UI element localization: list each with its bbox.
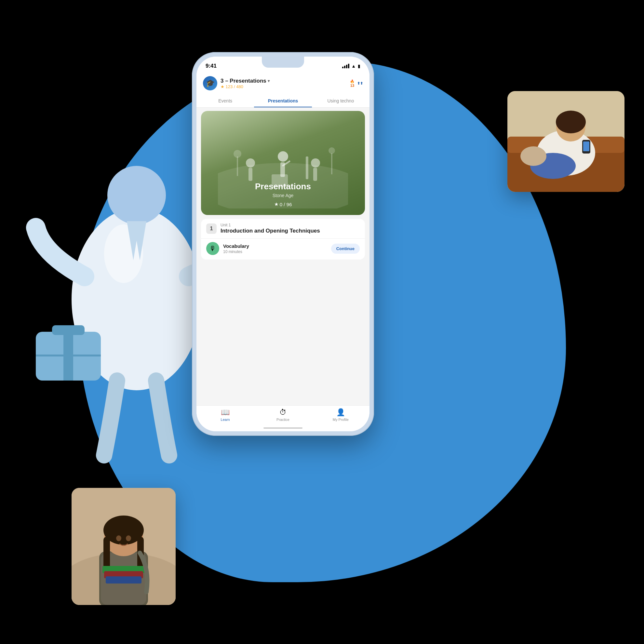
svg-rect-10 (248, 168, 252, 181)
header-right: 🔥 13 ⬆⬆ (350, 79, 363, 87)
svg-point-16 (311, 158, 320, 168)
lesson-info: Vocabulary 10 minutes (223, 243, 327, 254)
unit-title: Introduction and Opening Techniques (221, 227, 320, 235)
svg-point-19 (234, 150, 241, 158)
microphone-icon: 🎙 (209, 245, 216, 252)
header-title-area: 3 – Presentations ▾ ★ 123 / 480 (221, 78, 270, 89)
svg-rect-17 (313, 168, 317, 181)
lesson-duration: 10 minutes (223, 249, 327, 254)
phone-wrapper: 9:41 ▲ ▮ (192, 52, 374, 436)
battery-icon: ▮ (358, 63, 360, 69)
hero-score: ★ 0 / 96 (274, 201, 292, 207)
scene: 9:41 ▲ ▮ (0, 0, 644, 644)
tab-using-techno[interactable]: Using techno (312, 95, 369, 107)
status-time: 9:41 (206, 63, 217, 69)
nav-profile[interactable]: 👤 My Profile (312, 408, 369, 422)
practice-label: Practice (276, 418, 289, 422)
header-stars: ★ 123 / 480 (221, 84, 270, 89)
dropdown-icon[interactable]: ▾ (268, 79, 270, 83)
header-left: 🎓 3 – Presentations ▾ ★ 123 / 480 (203, 76, 270, 90)
hero-title: Presentations (255, 181, 311, 192)
score-star-icon: ★ (274, 201, 278, 207)
notch-cutout (262, 57, 304, 68)
app-logo: 🎓 (203, 76, 217, 90)
hero-subtitle: Stone Age (273, 193, 294, 198)
photo-card-right (507, 91, 624, 192)
lesson-icon: 🎙 (206, 242, 219, 255)
svg-point-1 (107, 166, 166, 224)
lesson-row: 🎙 Vocabulary 10 minutes Continue (201, 238, 365, 260)
header-title[interactable]: 3 – Presentations ▾ (221, 78, 270, 84)
svg-point-27 (556, 111, 586, 133)
header-title-text: 3 – Presentations (221, 78, 266, 84)
unit-section: 1 Unit 1 Introduction and Opening Techni… (201, 219, 365, 260)
streak-count: 13 (350, 84, 354, 87)
learn-label: Learn (221, 418, 230, 422)
svg-rect-5 (63, 332, 73, 381)
svg-rect-29 (583, 141, 589, 151)
svg-point-41 (126, 535, 131, 541)
status-icons: ▲ ▮ (342, 63, 360, 69)
profile-label: My Profile (333, 418, 349, 422)
boost-badge: ⬆⬆ (357, 81, 363, 86)
svg-point-21 (329, 147, 335, 154)
profile-icon: 👤 (336, 408, 345, 417)
signal-icon (342, 64, 349, 68)
svg-point-31 (520, 146, 546, 166)
svg-point-11 (278, 151, 288, 162)
phone-frame: 9:41 ▲ ▮ (192, 52, 374, 436)
hero-illustration (201, 111, 365, 215)
wifi-icon: ▲ (351, 63, 356, 69)
svg-rect-15 (306, 156, 308, 179)
tab-presentations[interactable]: Presentations (254, 95, 312, 107)
streak-badge: 🔥 13 (350, 79, 355, 87)
logo-icon: 🎓 (206, 79, 215, 87)
phone-screen: 9:41 ▲ ▮ (196, 57, 369, 431)
streak-icon: 🔥 (350, 79, 355, 84)
svg-point-40 (116, 535, 121, 541)
svg-point-9 (246, 158, 255, 168)
svg-rect-38 (103, 537, 110, 569)
tab-bar: Events Presentations Using techno (196, 95, 369, 108)
learn-icon: 📖 (221, 408, 230, 417)
hero-card: Presentations Stone Age ★ 0 / 96 (201, 111, 365, 215)
content-scroll: Presentations Stone Age ★ 0 / 96 1 Unit … (196, 107, 369, 405)
nav-learn[interactable]: 📖 Learn (196, 408, 254, 422)
unit-label: Unit 1 (221, 223, 320, 227)
unit-number-badge: 1 (206, 223, 217, 234)
tab-events[interactable]: Events (196, 95, 254, 107)
svg-rect-44 (106, 576, 141, 584)
photo-card-left (72, 488, 176, 605)
score-text: 0 / 96 (280, 202, 292, 207)
notch-area: 9:41 ▲ ▮ (196, 57, 369, 73)
continue-button[interactable]: Continue (331, 244, 360, 254)
nav-practice[interactable]: ⏱ Practice (254, 408, 312, 422)
unit-row: 1 Unit 1 Introduction and Opening Techni… (201, 219, 365, 238)
practice-icon: ⏱ (279, 408, 287, 417)
app-header: 🎓 3 – Presentations ▾ ★ 123 / 480 � (196, 73, 369, 92)
lesson-title: Vocabulary (223, 243, 327, 249)
boost-icon: ⬆⬆ (357, 81, 363, 86)
home-indicator (263, 427, 302, 429)
